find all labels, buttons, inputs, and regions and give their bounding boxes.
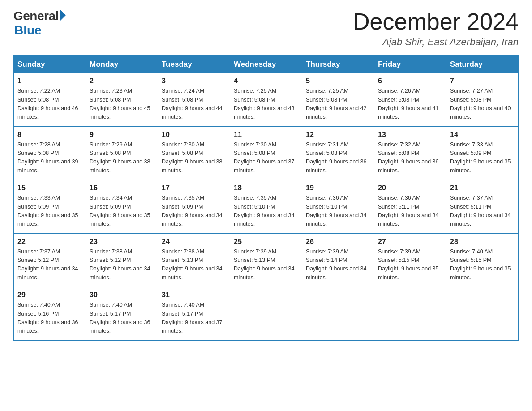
day-info: Sunrise: 7:38 AMSunset: 5:12 PMDaylight:… bbox=[90, 248, 154, 283]
day-info: Sunrise: 7:24 AMSunset: 5:08 PMDaylight:… bbox=[162, 87, 226, 122]
day-info: Sunrise: 7:28 AMSunset: 5:08 PMDaylight:… bbox=[17, 141, 82, 176]
day-number: 22 bbox=[17, 238, 82, 246]
day-number: 25 bbox=[234, 238, 298, 246]
day-info: Sunrise: 7:33 AMSunset: 5:09 PMDaylight:… bbox=[450, 141, 515, 176]
calendar-week-row: 29Sunrise: 7:40 AMSunset: 5:16 PMDayligh… bbox=[14, 287, 519, 340]
day-number: 29 bbox=[17, 291, 82, 299]
day-of-week-header: Saturday bbox=[446, 56, 519, 74]
day-number: 15 bbox=[17, 184, 82, 192]
calendar-day-cell: 27Sunrise: 7:39 AMSunset: 5:15 PMDayligh… bbox=[374, 234, 446, 287]
day-number: 5 bbox=[306, 77, 370, 85]
day-number: 16 bbox=[90, 184, 154, 192]
calendar-day-cell: 1Sunrise: 7:22 AMSunset: 5:08 PMDaylight… bbox=[14, 73, 86, 127]
day-info: Sunrise: 7:35 AMSunset: 5:10 PMDaylight:… bbox=[234, 194, 298, 229]
title-area: December 2024 Ajab Shir, East Azerbaijan… bbox=[353, 9, 519, 48]
day-info: Sunrise: 7:26 AMSunset: 5:08 PMDaylight:… bbox=[378, 87, 442, 122]
day-of-week-header: Friday bbox=[374, 56, 446, 74]
location-subtitle: Ajab Shir, East Azerbaijan, Iran bbox=[353, 36, 519, 48]
day-info: Sunrise: 7:39 AMSunset: 5:14 PMDaylight:… bbox=[306, 248, 370, 283]
day-info: Sunrise: 7:37 AMSunset: 5:11 PMDaylight:… bbox=[450, 194, 515, 229]
calendar-day-cell: 9Sunrise: 7:29 AMSunset: 5:08 PMDaylight… bbox=[86, 127, 158, 180]
day-info: Sunrise: 7:25 AMSunset: 5:08 PMDaylight:… bbox=[234, 87, 298, 122]
calendar-day-cell: 14Sunrise: 7:33 AMSunset: 5:09 PMDayligh… bbox=[446, 127, 519, 180]
day-number: 26 bbox=[306, 238, 370, 246]
day-number: 7 bbox=[450, 77, 515, 85]
day-number: 23 bbox=[90, 238, 154, 246]
day-info: Sunrise: 7:38 AMSunset: 5:13 PMDaylight:… bbox=[162, 248, 226, 283]
day-info: Sunrise: 7:30 AMSunset: 5:08 PMDaylight:… bbox=[162, 141, 226, 176]
logo-arrow-icon bbox=[60, 9, 66, 21]
day-info: Sunrise: 7:25 AMSunset: 5:08 PMDaylight:… bbox=[306, 87, 370, 122]
day-of-week-header: Wednesday bbox=[230, 56, 302, 74]
calendar-week-row: 22Sunrise: 7:37 AMSunset: 5:12 PMDayligh… bbox=[14, 234, 519, 287]
day-number: 30 bbox=[90, 291, 154, 299]
calendar-week-row: 1Sunrise: 7:22 AMSunset: 5:08 PMDaylight… bbox=[14, 73, 519, 127]
calendar-day-cell: 16Sunrise: 7:34 AMSunset: 5:09 PMDayligh… bbox=[86, 180, 158, 234]
day-number: 17 bbox=[162, 184, 226, 192]
day-info: Sunrise: 7:36 AMSunset: 5:10 PMDaylight:… bbox=[306, 194, 370, 229]
day-info: Sunrise: 7:31 AMSunset: 5:08 PMDaylight:… bbox=[306, 141, 370, 176]
day-number: 10 bbox=[162, 131, 226, 139]
calendar-header-row: SundayMondayTuesdayWednesdayThursdayFrid… bbox=[14, 56, 519, 74]
calendar-day-cell: 8Sunrise: 7:28 AMSunset: 5:08 PMDaylight… bbox=[14, 127, 86, 180]
calendar-day-cell: 26Sunrise: 7:39 AMSunset: 5:14 PMDayligh… bbox=[302, 234, 374, 287]
day-number: 3 bbox=[162, 77, 226, 85]
calendar-day-cell: 11Sunrise: 7:30 AMSunset: 5:08 PMDayligh… bbox=[230, 127, 302, 180]
calendar-day-cell: 10Sunrise: 7:30 AMSunset: 5:08 PMDayligh… bbox=[158, 127, 230, 180]
calendar-day-cell: 17Sunrise: 7:35 AMSunset: 5:09 PMDayligh… bbox=[158, 180, 230, 234]
day-of-week-header: Sunday bbox=[14, 56, 86, 74]
calendar-day-cell bbox=[374, 287, 446, 340]
day-number: 18 bbox=[234, 184, 298, 192]
day-info: Sunrise: 7:37 AMSunset: 5:12 PMDaylight:… bbox=[17, 248, 82, 283]
logo-general-text: General bbox=[13, 9, 59, 23]
day-info: Sunrise: 7:27 AMSunset: 5:08 PMDaylight:… bbox=[450, 87, 515, 122]
calendar-day-cell: 12Sunrise: 7:31 AMSunset: 5:08 PMDayligh… bbox=[302, 127, 374, 180]
day-info: Sunrise: 7:40 AMSunset: 5:17 PMDaylight:… bbox=[162, 301, 226, 336]
calendar-week-row: 15Sunrise: 7:33 AMSunset: 5:09 PMDayligh… bbox=[14, 180, 519, 234]
calendar-day-cell bbox=[230, 287, 302, 340]
calendar-day-cell: 22Sunrise: 7:37 AMSunset: 5:12 PMDayligh… bbox=[14, 234, 86, 287]
day-info: Sunrise: 7:22 AMSunset: 5:08 PMDaylight:… bbox=[17, 87, 82, 122]
calendar-day-cell: 20Sunrise: 7:36 AMSunset: 5:11 PMDayligh… bbox=[374, 180, 446, 234]
day-of-week-header: Monday bbox=[86, 56, 158, 74]
day-number: 19 bbox=[306, 184, 370, 192]
calendar-day-cell: 25Sunrise: 7:39 AMSunset: 5:13 PMDayligh… bbox=[230, 234, 302, 287]
calendar-day-cell: 2Sunrise: 7:23 AMSunset: 5:08 PMDaylight… bbox=[86, 73, 158, 127]
calendar-day-cell: 30Sunrise: 7:40 AMSunset: 5:17 PMDayligh… bbox=[86, 287, 158, 340]
day-number: 8 bbox=[17, 131, 82, 139]
day-info: Sunrise: 7:39 AMSunset: 5:13 PMDaylight:… bbox=[234, 248, 298, 283]
day-number: 21 bbox=[450, 184, 515, 192]
calendar-day-cell: 23Sunrise: 7:38 AMSunset: 5:12 PMDayligh… bbox=[86, 234, 158, 287]
day-number: 27 bbox=[378, 238, 442, 246]
day-info: Sunrise: 7:34 AMSunset: 5:09 PMDaylight:… bbox=[90, 194, 154, 229]
day-number: 20 bbox=[378, 184, 442, 192]
calendar-day-cell: 19Sunrise: 7:36 AMSunset: 5:10 PMDayligh… bbox=[302, 180, 374, 234]
calendar-day-cell bbox=[302, 287, 374, 340]
day-number: 31 bbox=[162, 291, 226, 299]
day-info: Sunrise: 7:39 AMSunset: 5:15 PMDaylight:… bbox=[378, 248, 442, 283]
calendar-day-cell: 3Sunrise: 7:24 AMSunset: 5:08 PMDaylight… bbox=[158, 73, 230, 127]
day-number: 11 bbox=[234, 131, 298, 139]
day-number: 1 bbox=[17, 77, 82, 85]
day-info: Sunrise: 7:35 AMSunset: 5:09 PMDaylight:… bbox=[162, 194, 226, 229]
logo-blue-text: Blue bbox=[14, 23, 42, 38]
day-number: 4 bbox=[234, 77, 298, 85]
calendar-day-cell: 15Sunrise: 7:33 AMSunset: 5:09 PMDayligh… bbox=[14, 180, 86, 234]
day-number: 2 bbox=[90, 77, 154, 85]
day-info: Sunrise: 7:40 AMSunset: 5:15 PMDaylight:… bbox=[450, 248, 515, 283]
day-of-week-header: Thursday bbox=[302, 56, 374, 74]
month-year-title: December 2024 bbox=[353, 9, 519, 34]
calendar-week-row: 8Sunrise: 7:28 AMSunset: 5:08 PMDaylight… bbox=[14, 127, 519, 180]
day-number: 12 bbox=[306, 131, 370, 139]
day-info: Sunrise: 7:30 AMSunset: 5:08 PMDaylight:… bbox=[234, 141, 298, 176]
calendar-day-cell: 13Sunrise: 7:32 AMSunset: 5:08 PMDayligh… bbox=[374, 127, 446, 180]
day-info: Sunrise: 7:32 AMSunset: 5:08 PMDaylight:… bbox=[378, 141, 442, 176]
calendar-day-cell: 21Sunrise: 7:37 AMSunset: 5:11 PMDayligh… bbox=[446, 180, 519, 234]
day-number: 13 bbox=[378, 131, 442, 139]
day-number: 6 bbox=[378, 77, 442, 85]
calendar-day-cell: 29Sunrise: 7:40 AMSunset: 5:16 PMDayligh… bbox=[14, 287, 86, 340]
calendar-day-cell: 7Sunrise: 7:27 AMSunset: 5:08 PMDaylight… bbox=[446, 73, 519, 127]
day-info: Sunrise: 7:29 AMSunset: 5:08 PMDaylight:… bbox=[90, 141, 154, 176]
calendar-day-cell: 5Sunrise: 7:25 AMSunset: 5:08 PMDaylight… bbox=[302, 73, 374, 127]
day-info: Sunrise: 7:33 AMSunset: 5:09 PMDaylight:… bbox=[17, 194, 82, 229]
